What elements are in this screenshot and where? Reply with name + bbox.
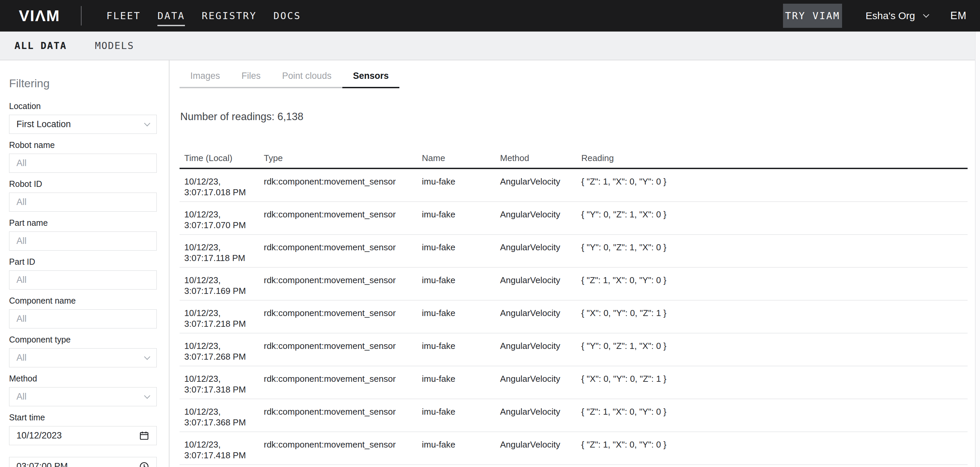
cell-type: rdk:component:movement_sensor [264, 373, 422, 399]
location-value: First Location [16, 119, 71, 130]
robot-name-input[interactable] [9, 154, 157, 173]
filter-group-start-time: Start time 10/12/2023 [9, 413, 169, 445]
tab-point-clouds[interactable]: Point clouds [272, 70, 342, 88]
cell-type: rdk:component:movement_sensor [264, 439, 422, 464]
part-id-input[interactable] [9, 270, 157, 289]
filter-group-location: Location First Location [9, 101, 169, 134]
cell-reading: { "Z": 1, "X": 0, "Y": 0 } [581, 439, 967, 464]
filter-group-robot-id: Robot ID [9, 179, 169, 212]
cell-type: rdk:component:movement_sensor [264, 275, 422, 300]
try-viam-button[interactable]: TRY VIAM [783, 4, 842, 28]
tab-files[interactable]: Files [231, 70, 272, 88]
nav-item-docs[interactable]: DOCS [274, 10, 301, 21]
chevron-down-icon [144, 120, 150, 126]
nav-item-registry[interactable]: REGISTRY [202, 10, 257, 21]
sensor-readings-table: Time (Local) Type Name Method Reading 10… [180, 153, 967, 465]
method-value: All [16, 392, 27, 402]
clock-icon [139, 461, 150, 467]
start-time-input[interactable]: 03:07:00 PM [9, 457, 157, 467]
org-switcher[interactable]: Esha's Org [865, 10, 928, 21]
cell-time: 10/12/23, 3:07:17.018 PM [184, 176, 264, 201]
cell-type: rdk:component:movement_sensor [264, 406, 422, 431]
method-label: Method [9, 374, 169, 383]
table-row: 10/12/23, 3:07:17.418 PM rdk:component:m… [180, 432, 967, 465]
nav-item-fleet[interactable]: FLEET [107, 10, 141, 21]
calendar-icon [139, 430, 150, 441]
component-type-select[interactable]: All [9, 348, 157, 367]
readings-count: Number of readings: 6,138 [180, 111, 304, 123]
cell-reading: { "Z": 1, "X": 0, "Y": 0 } [581, 406, 967, 431]
robot-id-input[interactable] [9, 192, 157, 212]
robot-id-label: Robot ID [9, 179, 169, 189]
filter-group-part-name: Part name [9, 218, 169, 251]
cell-name: imu-fake [422, 242, 500, 267]
org-name: Esha's Org [865, 10, 915, 21]
cell-type: rdk:component:movement_sensor [264, 176, 422, 201]
filtering-heading: Filtering [9, 76, 169, 90]
filter-group-method: Method All [9, 374, 169, 406]
nav-divider [81, 6, 81, 25]
cell-method: AngularVelocity [500, 406, 581, 431]
user-avatar[interactable]: EM [950, 10, 967, 22]
table-row: 10/12/23, 3:07:17.268 PM rdk:component:m… [180, 334, 967, 366]
viam-logo[interactable]: VIΛM [19, 0, 60, 32]
col-reading: Reading [581, 153, 967, 163]
cell-time: 10/12/23, 3:07:17.070 PM [184, 209, 264, 234]
cell-method: AngularVelocity [500, 176, 581, 201]
nav-right: TRY VIAM Esha's Org EM [783, 4, 967, 28]
sub-nav: ALL DATA MODELS [0, 32, 980, 60]
nav-item-data[interactable]: DATA [158, 10, 185, 21]
cell-name: imu-fake [422, 406, 500, 431]
cell-reading: { "Y": 0, "Z": 1, "X": 0 } [581, 209, 967, 234]
filter-group-component-type: Component type All [9, 335, 169, 367]
tab-images[interactable]: Images [180, 70, 231, 88]
tab-sensors[interactable]: Sensors [342, 70, 400, 88]
cell-name: imu-fake [422, 340, 500, 366]
page-scrollbar[interactable] [975, 32, 980, 467]
cell-type: rdk:component:movement_sensor [264, 242, 422, 267]
start-date-input[interactable]: 10/12/2023 [9, 426, 157, 445]
component-name-input[interactable] [9, 309, 157, 329]
cell-time: 10/12/23, 3:07:17.318 PM [184, 373, 264, 399]
cell-type: rdk:component:movement_sensor [264, 340, 422, 366]
data-type-tabs: Images Files Point clouds Sensors [180, 70, 399, 88]
cell-reading: { "Y": 0, "Z": 1, "X": 0 } [581, 242, 967, 267]
start-time-label: Start time [9, 413, 169, 422]
col-time-local: Time (Local) [184, 153, 264, 163]
primary-nav: FLEET DATA REGISTRY DOCS [107, 0, 301, 32]
table-row: 10/12/23, 3:07:17.118 PM rdk:component:m… [180, 235, 967, 268]
table-row: 10/12/23, 3:07:17.070 PM rdk:component:m… [180, 202, 967, 235]
cell-reading: { "Z": 1, "X": 0, "Y": 0 } [581, 176, 967, 201]
cell-time: 10/12/23, 3:07:17.118 PM [184, 242, 264, 267]
col-name: Name [422, 153, 500, 163]
chevron-down-icon [144, 392, 150, 399]
cell-name: imu-fake [422, 209, 500, 234]
start-time-value: 03:07:00 PM [16, 461, 68, 467]
location-label: Location [9, 101, 169, 111]
component-type-value: All [16, 353, 27, 363]
cell-time: 10/12/23, 3:07:17.418 PM [184, 439, 264, 464]
method-select[interactable]: All [9, 387, 157, 406]
tab-models[interactable]: MODELS [95, 40, 134, 51]
cell-reading: { "Z": 1, "X": 0, "Y": 0 } [581, 275, 967, 300]
table-row: 10/12/23, 3:07:17.018 PM rdk:component:m… [180, 169, 967, 202]
cell-type: rdk:component:movement_sensor [264, 308, 422, 333]
cell-time: 10/12/23, 3:07:17.268 PM [184, 340, 264, 366]
part-name-input[interactable] [9, 232, 157, 251]
main-content: Images Files Point clouds Sensors Number… [170, 60, 980, 467]
cell-reading: { "X": 0, "Y": 0, "Z": 1 } [581, 373, 967, 399]
cell-reading: { "Y": 0, "Z": 1, "X": 0 } [581, 340, 967, 366]
cell-method: AngularVelocity [500, 275, 581, 300]
chevron-down-icon [144, 354, 150, 360]
tab-all-data[interactable]: ALL DATA [14, 40, 67, 51]
col-type: Type [264, 153, 422, 163]
component-name-label: Component name [9, 296, 169, 305]
col-method: Method [500, 153, 581, 163]
table-row: 10/12/23, 3:07:17.318 PM rdk:component:m… [180, 366, 967, 399]
table-row: 10/12/23, 3:07:17.218 PM rdk:component:m… [180, 300, 967, 334]
cell-name: imu-fake [422, 308, 500, 333]
cell-time: 10/12/23, 3:07:17.169 PM [184, 275, 264, 300]
filter-group-part-id: Part ID [9, 257, 169, 289]
location-select[interactable]: First Location [9, 115, 157, 134]
cell-type: rdk:component:movement_sensor [264, 209, 422, 234]
